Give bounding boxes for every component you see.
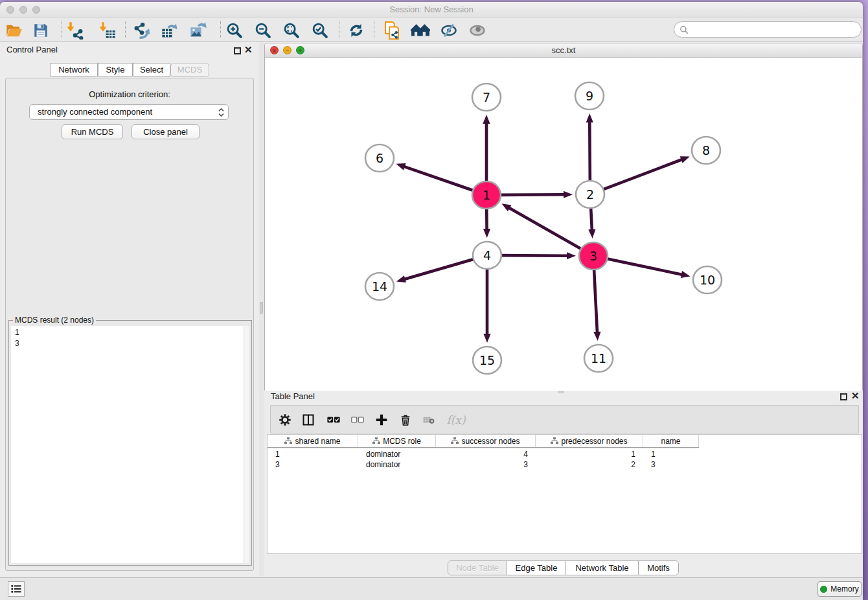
tab-node-table[interactable]: Node Table bbox=[448, 561, 507, 575]
network-minimize-button[interactable]: − bbox=[283, 46, 291, 54]
table-cell[interactable]: dominator bbox=[358, 459, 436, 470]
table-cell[interactable]: dominator bbox=[358, 449, 436, 459]
table-cell[interactable]: 4 bbox=[436, 449, 536, 459]
mcds-result-scrollbar[interactable] bbox=[244, 326, 249, 563]
graph-edge[interactable] bbox=[594, 269, 597, 334]
home-icon[interactable] bbox=[411, 21, 430, 40]
export-table-icon[interactable] bbox=[160, 21, 179, 40]
graph-edge[interactable] bbox=[500, 255, 569, 256]
graph-edge[interactable] bbox=[591, 207, 592, 231]
list-icon bbox=[10, 584, 22, 594]
node-table[interactable]: shared name MCDS role successor nodes pr… bbox=[267, 434, 862, 554]
control-panel-float-button[interactable] bbox=[234, 47, 241, 54]
save-session-icon[interactable] bbox=[31, 21, 51, 40]
optimization-criterion-label: Optimization criterion: bbox=[6, 89, 253, 99]
graph-edge-arrowhead bbox=[483, 115, 490, 124]
table-panel-title: Table Panel bbox=[271, 391, 315, 401]
tab-style[interactable]: Style bbox=[98, 63, 133, 76]
close-panel-button[interactable]: Close panel bbox=[131, 124, 200, 139]
memory-button[interactable]: Memory bbox=[817, 581, 862, 597]
select-all-icon[interactable] bbox=[325, 411, 343, 429]
network-maximize-button[interactable]: + bbox=[296, 46, 304, 54]
graph-edge[interactable] bbox=[606, 259, 683, 275]
column-header-mcds-role[interactable]: MCDS role bbox=[358, 435, 436, 447]
graph-node-label: 7 bbox=[483, 90, 490, 104]
show-panels-icon[interactable] bbox=[468, 21, 487, 40]
column-header-predecessor-nodes[interactable]: predecessor nodes bbox=[536, 435, 643, 447]
deselect-all-icon[interactable] bbox=[348, 411, 367, 429]
table-row[interactable]: 3dominator323 bbox=[268, 459, 699, 470]
column-header-shared-name[interactable]: shared name bbox=[268, 435, 358, 447]
graph-edge[interactable] bbox=[589, 121, 590, 181]
table-body: 1dominator4113dominator323 bbox=[268, 449, 699, 470]
minimize-window-button[interactable] bbox=[19, 6, 27, 14]
network-graph: 7968124314101511 bbox=[265, 58, 862, 391]
splitter-grip[interactable] bbox=[558, 391, 564, 393]
control-panel-title: Control Panel bbox=[6, 45, 58, 54]
vertical-splitter[interactable] bbox=[259, 42, 264, 576]
column-layout-icon[interactable] bbox=[299, 411, 317, 429]
graph-edge-arrowhead bbox=[567, 252, 576, 259]
table-panel-tabs: Node Table Edge Table Network Table Moti… bbox=[448, 560, 679, 575]
control-panel-close-button[interactable]: ✕ bbox=[244, 46, 253, 54]
task-history-button[interactable] bbox=[8, 581, 25, 597]
tab-edge-table[interactable]: Edge Table bbox=[507, 561, 566, 575]
window-titlebar: Session: New Session bbox=[0, 2, 863, 17]
import-network-icon[interactable] bbox=[65, 21, 85, 40]
open-session-file-icon[interactable] bbox=[382, 21, 402, 40]
horizontal-splitter[interactable] bbox=[264, 391, 863, 393]
open-file-icon[interactable] bbox=[5, 21, 24, 40]
graph-edge[interactable] bbox=[404, 259, 475, 280]
import-table-icon[interactable] bbox=[98, 21, 117, 40]
zoom-selected-icon[interactable] bbox=[310, 21, 330, 40]
run-mcds-button[interactable]: Run MCDS bbox=[62, 124, 123, 139]
export-image-icon[interactable] bbox=[188, 21, 208, 40]
column-header-successor-nodes[interactable]: successor nodes bbox=[436, 435, 536, 447]
hide-panels-icon[interactable] bbox=[439, 21, 459, 40]
graph-edge[interactable] bbox=[602, 159, 683, 189]
table-cell[interactable]: 1 bbox=[536, 449, 643, 459]
zoom-window-button[interactable] bbox=[32, 6, 40, 14]
graph-node-label: 10 bbox=[700, 273, 715, 287]
mcds-result-text[interactable]: 1 3 bbox=[11, 326, 244, 563]
close-window-button[interactable] bbox=[6, 6, 14, 14]
table-cell[interactable]: 3 bbox=[643, 459, 699, 470]
tab-mcds[interactable]: MCDS bbox=[170, 63, 209, 77]
graph-edge[interactable] bbox=[499, 194, 565, 195]
splitter-grip[interactable] bbox=[260, 302, 263, 314]
table-settings-icon[interactable] bbox=[276, 411, 294, 429]
search-field[interactable] bbox=[674, 21, 862, 38]
table-cell[interactable]: 3 bbox=[268, 459, 358, 470]
table-panel-float-button[interactable] bbox=[840, 393, 847, 400]
delete-table-icon[interactable] bbox=[420, 411, 438, 429]
control-panel-tabs: Network Style Select MCDS bbox=[0, 63, 259, 77]
search-input[interactable] bbox=[689, 23, 861, 36]
table-cell[interactable]: 1 bbox=[643, 449, 699, 459]
tab-network-table[interactable]: Network Table bbox=[566, 561, 639, 575]
zoom-fit-icon[interactable] bbox=[282, 21, 301, 40]
add-column-icon[interactable] bbox=[372, 411, 391, 429]
network-close-button[interactable]: x bbox=[270, 46, 279, 54]
toolbar-separator bbox=[339, 21, 339, 38]
graph-edge[interactable] bbox=[508, 207, 582, 249]
toolbar-separator bbox=[125, 21, 126, 38]
table-row[interactable]: 1dominator411 bbox=[268, 449, 699, 459]
network-canvas[interactable]: 7968124314101511 bbox=[265, 58, 862, 391]
tab-motifs[interactable]: Motifs bbox=[639, 561, 678, 575]
graph-edge[interactable] bbox=[403, 166, 474, 190]
export-network-icon[interactable] bbox=[132, 21, 152, 40]
graph-edge-arrowhead bbox=[588, 229, 595, 238]
refresh-styles-icon[interactable] bbox=[347, 21, 366, 40]
optimization-criterion-select[interactable]: strongly connected component bbox=[29, 104, 229, 120]
column-header-name[interactable]: name bbox=[643, 435, 699, 447]
zoom-out-icon[interactable] bbox=[253, 21, 273, 40]
tab-network[interactable]: Network bbox=[50, 63, 98, 76]
table-cell[interactable]: 3 bbox=[436, 459, 536, 470]
table-panel-close-button[interactable]: ✕ bbox=[851, 392, 860, 400]
delete-column-icon[interactable] bbox=[396, 411, 415, 429]
zoom-in-icon[interactable] bbox=[225, 21, 244, 40]
table-cell[interactable]: 2 bbox=[536, 459, 643, 470]
function-builder-icon[interactable]: f(x) bbox=[443, 411, 469, 429]
tab-select[interactable]: Select bbox=[133, 63, 170, 76]
table-cell[interactable]: 1 bbox=[268, 449, 358, 459]
